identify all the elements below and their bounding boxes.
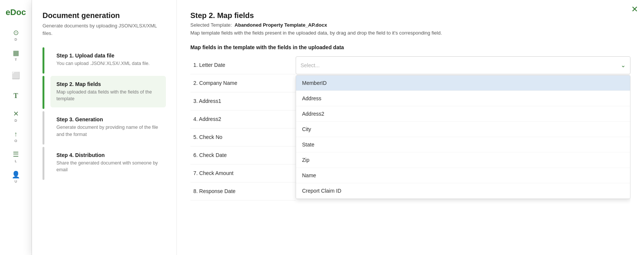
panel-title: Document generation bbox=[43, 11, 166, 20]
step-item-2: Step 2. Map fields Map uploaded data fie… bbox=[50, 76, 166, 107]
select-dropdown[interactable]: Select... ⌄ bbox=[296, 56, 630, 74]
step3-desc: Generate document by providing name of t… bbox=[56, 124, 160, 137]
selected-template-line: Selected Template: Abandoned Property Te… bbox=[190, 22, 630, 28]
dropdown-item-state[interactable]: State bbox=[296, 137, 630, 152]
nav-label-d: D bbox=[15, 38, 17, 41]
selected-template-label: Selected Template: bbox=[190, 22, 232, 28]
field-row-3: 3. Address1 bbox=[190, 92, 296, 110]
step-bar-4 bbox=[43, 147, 44, 180]
modal-overlay: eDoc ⊙ D ▦ T ⬜ T ✕ D ↑ O ☰ L 👤 U bbox=[0, 0, 644, 255]
nav-item-user[interactable]: 👤 U bbox=[6, 168, 25, 186]
dropdown-item-creport[interactable]: Creport Claim ID bbox=[296, 183, 630, 199]
content-panel: Step 2. Map fields Selected Template: Ab… bbox=[177, 0, 644, 255]
step-row-4: Step 4. Distribution Share the generated… bbox=[43, 147, 166, 180]
dashboard-icon: ⊙ bbox=[13, 29, 19, 37]
nav-item-list[interactable]: ☰ L bbox=[6, 148, 25, 165]
nav-item-upload[interactable]: ↑ O bbox=[6, 128, 25, 145]
app-sidebar: eDoc ⊙ D ▦ T ⬜ T ✕ D ↑ O ☰ L 👤 U bbox=[0, 0, 32, 255]
step-item-1: Step 1. Upload data file You can upload … bbox=[50, 47, 166, 72]
field-row-2: 2. Company Name bbox=[190, 74, 296, 92]
nav-item-templates[interactable]: ▦ T bbox=[6, 47, 25, 64]
step2-desc: Map uploaded data fields with the fields… bbox=[56, 89, 160, 102]
nav-item-text[interactable]: T bbox=[6, 87, 25, 104]
step-bar-2 bbox=[43, 76, 44, 109]
step-row-3: Step 3. Generation Generate document by … bbox=[43, 111, 166, 144]
steps-list: Step 1. Upload data file You can upload … bbox=[43, 47, 166, 180]
step-row-1: Step 1. Upload data file You can upload … bbox=[43, 47, 166, 74]
dropdown-item-city[interactable]: City bbox=[296, 122, 630, 137]
upload-icon: ↑ bbox=[14, 130, 18, 138]
nav-item-dashboard[interactable]: ⊙ D bbox=[6, 26, 25, 44]
step-item-3: Step 3. Generation Generate document by … bbox=[50, 111, 166, 143]
chevron-down-icon: ⌄ bbox=[621, 62, 626, 69]
app-logo: eDoc bbox=[6, 4, 26, 23]
user-icon: 👤 bbox=[12, 171, 20, 179]
list-icon: ☰ bbox=[13, 150, 19, 158]
field-row-8: 8. Response Date bbox=[190, 183, 296, 201]
step1-desc: You can upload .JSON/.XLSX/.XML data fil… bbox=[56, 60, 160, 67]
step2-title: Step 2. Map fields bbox=[56, 81, 160, 87]
nav-item-images[interactable]: ⬜ bbox=[6, 67, 25, 84]
content-title: Step 2. Map fields bbox=[190, 11, 630, 20]
modal-container: ✕ Document generation Generate documents… bbox=[32, 0, 644, 255]
selected-template-value: Abandoned Property Template_AP.docx bbox=[235, 22, 327, 28]
step4-title: Step 4. Distribution bbox=[56, 152, 160, 158]
content-description: Map template fields with the fields pres… bbox=[190, 29, 630, 37]
step-item-4: Step 4. Distribution Share the generated… bbox=[50, 147, 166, 178]
field-row-6: 6. Check Date bbox=[190, 146, 296, 164]
field-row-7: 7. Check Amount bbox=[190, 164, 296, 183]
panel-subtitle: Generate documents by uploading JSON/XLS… bbox=[43, 22, 166, 37]
templates-icon: ▦ bbox=[13, 49, 19, 57]
dropdown-item-memberid[interactable]: MemberID bbox=[296, 75, 630, 91]
step-bar-1 bbox=[43, 47, 44, 74]
step3-title: Step 3. Generation bbox=[56, 116, 160, 122]
text-icon: T bbox=[14, 92, 18, 100]
images-icon: ⬜ bbox=[12, 71, 20, 80]
field-row-5: 5. Check No bbox=[190, 128, 296, 146]
dropdown-item-name[interactable]: Name bbox=[296, 168, 630, 183]
step1-title: Step 1. Upload data file bbox=[56, 53, 160, 59]
close-button[interactable]: ✕ bbox=[631, 5, 638, 14]
dropdown-item-address2[interactable]: Address2 bbox=[296, 106, 630, 122]
field-row-1: 1. Letter Date bbox=[190, 56, 296, 74]
map-section-title: Map fields in the template with the fiel… bbox=[190, 44, 630, 50]
dropdown-item-zip[interactable]: Zip bbox=[296, 152, 630, 168]
select-placeholder: Select... bbox=[301, 62, 621, 68]
step4-desc: Share the generated document with someon… bbox=[56, 160, 160, 173]
nav-label-t: T bbox=[15, 58, 17, 62]
fields-left: 1. Letter Date 2. Company Name 3. Addres… bbox=[190, 56, 296, 248]
dropdown-list[interactable]: MemberID Address Address2 City State Zip… bbox=[296, 75, 630, 199]
fields-grid: 1. Letter Date 2. Company Name 3. Addres… bbox=[190, 56, 630, 248]
field-row-4: 4. Address2 bbox=[190, 110, 296, 128]
fields-right: Select... ⌄ MemberID Address Address2 Ci… bbox=[296, 56, 630, 248]
x-icon: ✕ bbox=[13, 110, 19, 118]
nav-item-close[interactable]: ✕ D bbox=[6, 107, 25, 125]
dropdown-item-address[interactable]: Address bbox=[296, 91, 630, 106]
step-bar-3 bbox=[43, 111, 44, 144]
steps-panel: Document generation Generate documents b… bbox=[32, 0, 177, 255]
step-row-2: Step 2. Map fields Map uploaded data fie… bbox=[43, 76, 166, 109]
